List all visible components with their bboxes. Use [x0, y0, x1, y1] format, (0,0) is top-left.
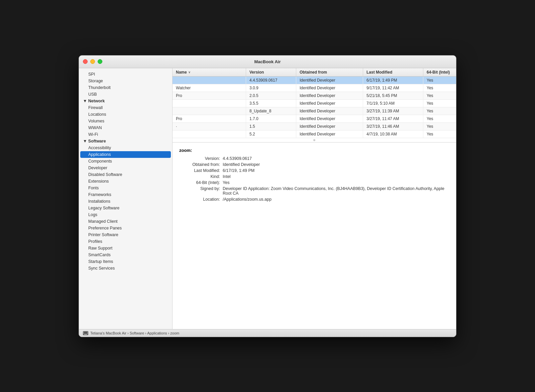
- sidebar-item-startup-items[interactable]: Startup Items: [79, 258, 172, 265]
- traffic-lights: [83, 59, 102, 64]
- table-row[interactable]: Pro1.7.0Identified Developer3/27/19, 11:…: [173, 115, 456, 123]
- window-title: MacBook Air: [254, 59, 281, 64]
- table-cell: 5.2: [246, 130, 296, 138]
- table-cell: Identified Developer: [296, 100, 363, 107]
- sidebar-item-components[interactable]: Components: [79, 158, 172, 165]
- table-cell: Identified Developer: [296, 92, 363, 99]
- table-cell: 9/17/19, 11:42 AM: [363, 84, 423, 92]
- content-area: SPIStorageThunderboltUSB▼ NetworkFirewal…: [79, 68, 456, 329]
- table-cell: 3/27/19, 11:47 AM: [363, 115, 423, 122]
- sidebar-item-raw-support[interactable]: Raw Support: [79, 245, 172, 252]
- table-cell: [173, 130, 246, 138]
- sidebar-item-locations[interactable]: Locations: [79, 111, 172, 118]
- sidebar-item-smartcards[interactable]: SmartCards: [79, 252, 172, 258]
- detail-value: /Applications/zoom.us.app: [223, 197, 449, 202]
- table-row[interactable]: 4.4.53909.0617Identified Developer6/17/1…: [173, 77, 456, 84]
- table-row[interactable]: 8_Update_8Identified Developer3/27/19, 1…: [173, 107, 456, 115]
- th-name: Name ∨: [173, 68, 246, 76]
- detail-label: Version:: [179, 156, 223, 161]
- sidebar-item-sync-services[interactable]: Sync Services: [79, 265, 172, 272]
- svg-rect-1: [84, 334, 87, 335]
- table-cell: 4/7/19, 10:38 AM: [363, 130, 423, 138]
- table-cell: [173, 100, 246, 107]
- sidebar-item-disabled-software[interactable]: Disabled Software: [79, 171, 172, 178]
- table-row[interactable]: Pro2.0.5Identified Developer5/21/18, 5:4…: [173, 92, 456, 100]
- table-cell: Yes: [423, 123, 456, 130]
- sidebar-item-network[interactable]: ▼ Network: [79, 98, 172, 104]
- table-row[interactable]: Watcher3.0.9Identified Developer9/17/19,…: [173, 84, 456, 92]
- table-row[interactable]: 5.2Identified Developer4/7/19, 10:38 AMY…: [173, 130, 456, 138]
- detail-value: Intel: [223, 174, 449, 179]
- detail-label: Obtained from:: [179, 162, 223, 167]
- sidebar-item-firewall[interactable]: Firewall: [79, 104, 172, 111]
- application-window: MacBook Air SPIStorageThunderboltUSB▼ Ne…: [79, 55, 456, 337]
- table-cell: Identified Developer: [296, 130, 363, 138]
- titlebar: MacBook Air: [79, 56, 456, 68]
- sidebar-item-fonts[interactable]: Fonts: [79, 185, 172, 191]
- table-row[interactable]: ·1.5Identified Developer3/27/19, 11:46 A…: [173, 123, 456, 130]
- sidebar-item-storage[interactable]: Storage: [79, 78, 172, 84]
- sidebar-item-volumes[interactable]: Volumes: [79, 118, 172, 124]
- detail-value: 4.4.53909.0617: [223, 156, 449, 161]
- table-cell: Identified Developer: [296, 115, 363, 122]
- table-cell: Pro: [173, 92, 246, 99]
- table-cell: Yes: [423, 100, 456, 107]
- table-cell: 1.7.0: [246, 115, 296, 122]
- minimize-button[interactable]: [90, 59, 95, 64]
- sidebar-item-usb[interactable]: USB: [79, 91, 172, 98]
- table-cell: ·: [173, 123, 246, 130]
- table-cell: 2.0.5: [246, 92, 296, 99]
- sidebar-item-accessibility[interactable]: Accessibility: [79, 144, 172, 151]
- sidebar-item-managed-client[interactable]: Managed Client: [79, 218, 172, 225]
- sidebar-item-extensions[interactable]: Extensions: [79, 178, 172, 185]
- table-row[interactable]: 3.5.5Identified Developer7/1/19, 5:10 AM…: [173, 100, 456, 107]
- table-cell: 6/17/19, 1:49 PM: [363, 77, 423, 84]
- table-cell: 1.5: [246, 123, 296, 130]
- sidebar-item-wifi[interactable]: Wi-Fi: [79, 131, 172, 138]
- sidebar-item-frameworks[interactable]: Frameworks: [79, 191, 172, 198]
- sidebar-item-printer-software[interactable]: Printer Software: [79, 231, 172, 238]
- detail-label: 64-Bit (Intel):: [179, 180, 223, 185]
- close-button[interactable]: [83, 59, 88, 64]
- sidebar-item-applications[interactable]: Applications: [80, 151, 171, 158]
- sidebar-item-profiles[interactable]: Profiles: [79, 238, 172, 245]
- table-cell: Identified Developer: [296, 123, 363, 130]
- table-body: 4.4.53909.0617Identified Developer6/17/1…: [173, 77, 456, 138]
- table-cell: 3/27/19, 11:46 AM: [363, 123, 423, 130]
- sidebar-item-thunderbolt[interactable]: Thunderbolt: [79, 84, 172, 91]
- table-cell: Watcher: [173, 84, 246, 92]
- detail-area: zoom: Version:4.4.53909.0617Obtained fro…: [173, 142, 456, 329]
- table-cell: Identified Developer: [296, 77, 363, 84]
- table-cell: Identified Developer: [296, 84, 363, 92]
- sidebar-item-software[interactable]: ▼ Software: [79, 138, 172, 144]
- detail-value: 6/17/19, 1:49 PM: [223, 168, 449, 173]
- sidebar-item-installations[interactable]: Installations: [79, 198, 172, 205]
- th-version: Version: [246, 68, 296, 76]
- detail-label: Location:: [179, 197, 223, 202]
- detail-label: Kind:: [179, 174, 223, 179]
- sidebar-item-developer[interactable]: Developer: [79, 165, 172, 171]
- table-cell: Yes: [423, 77, 456, 84]
- main-panel: Name ∨ Version Obtained from Last Modifi…: [173, 68, 456, 329]
- detail-label: Last Modified:: [179, 168, 223, 173]
- sidebar-item-logs[interactable]: Logs: [79, 211, 172, 218]
- table-cell: 7/1/19, 5:10 AM: [363, 100, 423, 107]
- table-cell: Yes: [423, 84, 456, 92]
- detail-value: Yes: [223, 180, 449, 185]
- table-cell: Yes: [423, 115, 456, 122]
- svg-rect-0: [84, 331, 88, 334]
- table-cell: Yes: [423, 92, 456, 99]
- maximize-button[interactable]: [98, 59, 102, 64]
- table-cell: Yes: [423, 130, 456, 138]
- sidebar-item-legacy-software[interactable]: Legacy Software: [79, 205, 172, 211]
- sidebar-item-wwan[interactable]: WWAN: [79, 124, 172, 131]
- sidebar-item-spi[interactable]: SPI: [79, 71, 172, 78]
- sidebar-item-preference-panes[interactable]: Preference Panes: [79, 225, 172, 231]
- computer-icon: [83, 331, 88, 335]
- detail-value: Identified Developer: [223, 162, 449, 167]
- table-area: Name ∨ Version Obtained from Last Modifi…: [173, 68, 456, 142]
- sidebar: SPIStorageThunderboltUSB▼ NetworkFirewal…: [79, 68, 173, 329]
- table-cell: Pro: [173, 115, 246, 122]
- statusbar: Tetiana's MacBook Air › Software › Appli…: [79, 329, 456, 337]
- th-obtained: Obtained from: [296, 68, 363, 76]
